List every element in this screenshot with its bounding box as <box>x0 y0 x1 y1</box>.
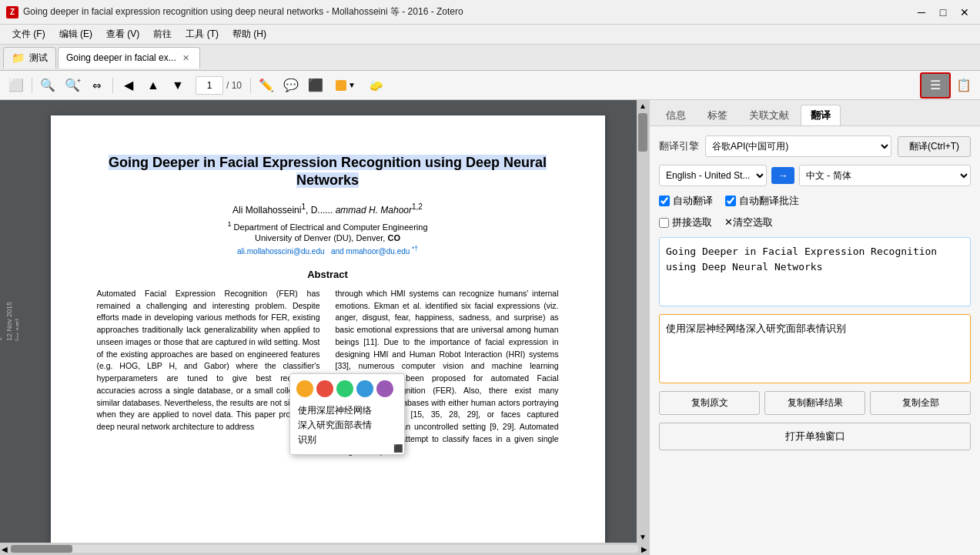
page-down-button[interactable]: ▼ <box>166 75 189 96</box>
pdf-title-highlight: Going Deeper in Facial Expression Recogn… <box>109 155 547 188</box>
copy-original-button[interactable]: 复制原文 <box>659 391 760 415</box>
swatch-yellow[interactable] <box>296 380 313 397</box>
page-up-button[interactable]: ▲ <box>142 75 165 96</box>
pdf-page: Going Deeper in Facial Expression Recogn… <box>51 115 605 543</box>
folder-icon: 📁 <box>12 52 25 64</box>
tab-test[interactable]: 📁 测试 <box>3 47 56 69</box>
tab-document-label: Going deeper in facial ex... <box>66 52 176 63</box>
window-controls: ─ □ ✕ <box>912 3 974 22</box>
toolbar-separator-2 <box>112 78 113 93</box>
swatch-blue[interactable] <box>356 380 373 397</box>
swatch-green[interactable] <box>336 380 353 397</box>
splice-select-checkbox[interactable] <box>659 218 669 228</box>
pdf-affil-1: 1 Department of Electrical and Computer … <box>97 220 559 232</box>
scroll-left-button[interactable]: ◀ <box>2 545 8 553</box>
color-picker-popup: 使用深层神经网络 深入研究面部表情 识别 ⬛ <box>289 373 405 455</box>
pdf-abstract-title: Abstract <box>97 269 559 280</box>
tab-info[interactable]: 信息 <box>656 105 696 125</box>
highlight-button[interactable]: ✏️ <box>255 75 278 96</box>
auto-translate-checkbox[interactable] <box>659 196 670 206</box>
title-bar: Z Going deeper in facial expression reco… <box>0 0 980 25</box>
translate-engine-select[interactable]: 谷歌API(中国可用) <box>705 135 891 157</box>
auto-translate-note-checkbox[interactable] <box>725 196 736 206</box>
toolbar: ⬜ 🔍 🔍+ ⇔ ◀ ▲ ▼ / 10 ✏️ 💬 ⬛ ▼ 🧽 ☰ 📋 <box>0 71 980 100</box>
color-picker-button[interactable]: ▼ <box>329 75 363 96</box>
source-language-select[interactable]: English - United St... <box>659 165 767 186</box>
right-panel: 信息 标签 关联文献 翻译 翻译引擎 谷歌API(中国可用) 翻译(Ctrl+T… <box>649 100 980 555</box>
scroll-up-button[interactable]: ▲ <box>639 102 647 110</box>
zoom-in-button[interactable]: 🔍+ <box>61 75 84 96</box>
swatch-purple[interactable] <box>376 380 393 397</box>
translate-engine-label: 翻译引擎 <box>659 139 699 153</box>
maximize-button[interactable]: □ <box>934 3 952 22</box>
info-button[interactable]: 📋 <box>952 75 975 96</box>
menu-file[interactable]: 文件 (F) <box>6 26 52 42</box>
copy-translation-button[interactable]: 复制翻译结果 <box>764 391 865 415</box>
app-icon: Z <box>6 6 18 18</box>
side-label-text: 1 12 Nov 2015 [cs.NE] <box>0 302 18 341</box>
zoom-out-button[interactable]: 🔍 <box>36 75 59 96</box>
eraser-button[interactable]: 🧽 <box>364 75 387 96</box>
swatch-red[interactable] <box>316 380 333 397</box>
pdf-email: ali.mollahosscini@du.edu and mmahoor@du.… <box>97 245 559 256</box>
menu-tools[interactable]: 工具 (T) <box>179 26 225 42</box>
language-arrow-button[interactable]: → <box>771 167 794 184</box>
copy-all-button[interactable]: 复制全部 <box>870 391 971 415</box>
tab-test-label: 测试 <box>29 52 48 65</box>
toolbar-right: ☰ 📋 <box>920 72 975 99</box>
menu-view[interactable]: 查看 (V) <box>100 26 145 42</box>
panel-content: 翻译引擎 谷歌API(中国可用) 翻译(Ctrl+T) English - Un… <box>650 126 980 555</box>
vertical-scrollbar[interactable]: ▲ ▼ <box>637 100 649 543</box>
translate-button[interactable]: 翻译(Ctrl+T) <box>898 136 971 157</box>
pdf-paper-title: Going Deeper in Facial Expression Recogn… <box>97 154 559 190</box>
splice-select-label[interactable]: 拼接选取 <box>659 216 712 229</box>
note-button[interactable]: 💬 <box>279 75 303 96</box>
close-button[interactable]: ✕ <box>955 3 974 22</box>
original-text-area[interactable]: Going Deeper in Facial Expression Recogn… <box>659 237 971 306</box>
pdf-scroll: Going Deeper in Facial Expression Recogn… <box>18 100 637 543</box>
menu-help[interactable]: 帮助 (H) <box>226 26 273 42</box>
auto-translate-note-checkbox-label[interactable]: 自动翻译批注 <box>725 194 799 208</box>
page-number-input[interactable] <box>196 76 223 95</box>
pdf-abstract-left: Automated Facial Expression Recognition … <box>97 288 320 458</box>
pdf-affil-2: University of Denver (DU), Denver, CO <box>97 233 559 242</box>
tab-bar: 📁 测试 Going deeper in facial ex... ✕ <box>0 45 980 71</box>
open-window-button[interactable]: 打开单独窗口 <box>659 423 971 450</box>
page-nav: / 10 <box>191 76 246 95</box>
tab-related[interactable]: 关联文献 <box>739 105 799 125</box>
horizontal-scrollbar[interactable]: ◀ ▶ <box>0 543 649 555</box>
menu-go[interactable]: 前往 <box>147 26 178 42</box>
back-button[interactable]: ◀ <box>117 75 140 96</box>
pdf-container: 1 12 Nov 2015 [cs.NE] Going Deeper in Fa… <box>0 100 649 555</box>
tab-tags[interactable]: 标签 <box>697 105 738 125</box>
pdf-viewer-area: 1 12 Nov 2015 [cs.NE] Going Deeper in Fa… <box>0 100 649 543</box>
tab-close-button[interactable]: ✕ <box>181 52 192 63</box>
scroll-right-button[interactable]: ▶ <box>641 545 647 553</box>
side-label-area: 1 12 Nov 2015 [cs.NE] <box>0 100 18 543</box>
clear-select-button[interactable]: ✕清空选取 <box>724 216 773 229</box>
action-buttons-row: 复制原文 复制翻译结果 复制全部 <box>659 391 971 415</box>
page-total: / 10 <box>226 80 242 91</box>
fit-page-button[interactable]: ⇔ <box>85 75 109 96</box>
h-scroll-track[interactable] <box>11 545 638 553</box>
pdf-area[interactable]: Going Deeper in Facial Expression Recogn… <box>18 100 637 543</box>
tab-translate[interactable]: 翻译 <box>801 105 841 125</box>
popup-resize-handle[interactable]: ⬛ <box>393 444 403 453</box>
color-swatches <box>296 380 398 397</box>
sidebar-toggle-button[interactable]: ⬜ <box>5 75 28 96</box>
shape-button[interactable]: ⬛ <box>304 75 327 96</box>
translated-text-area[interactable]: 使用深层神经网络深入研究面部表情识别 <box>659 314 971 383</box>
scroll-thumb[interactable] <box>638 113 647 152</box>
splice-select-text: 拼接选取 <box>672 216 712 229</box>
menu-edit[interactable]: 编辑 (E) <box>53 26 99 42</box>
minimize-button[interactable]: ─ <box>912 3 931 22</box>
language-row: English - United St... → 中文 - 简体 <box>659 165 971 186</box>
auto-translate-checkbox-label[interactable]: 自动翻译 <box>659 194 713 208</box>
pdf-authors: Ali Mollahosseini1, D...... ammad H. Mah… <box>97 202 559 216</box>
menu-button-highlighted[interactable]: ☰ <box>920 72 951 99</box>
target-language-select[interactable]: 中文 - 简体 <box>799 165 971 186</box>
toolbar-separator-3 <box>250 78 251 93</box>
scroll-down-button[interactable]: ▼ <box>639 533 647 541</box>
h-scroll-thumb[interactable] <box>11 545 72 553</box>
tab-document[interactable]: Going deeper in facial ex... ✕ <box>58 47 200 69</box>
